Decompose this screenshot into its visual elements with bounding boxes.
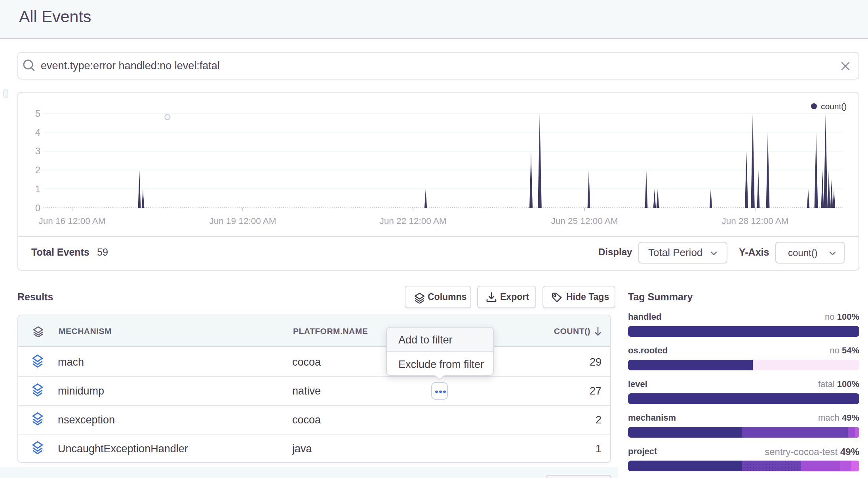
svg-text:Jun 28 12:00 AM: Jun 28 12:00 AM [722, 216, 789, 226]
svg-text:Jun 25 12:00 AM: Jun 25 12:00 AM [551, 216, 618, 226]
svg-text:3: 3 [35, 146, 40, 156]
svg-text:Jun 22 12:00 AM: Jun 22 12:00 AM [380, 216, 447, 226]
svg-text:Jun 19 12:00 AM: Jun 19 12:00 AM [209, 216, 276, 226]
svg-text:Jun 16 12:00 AM: Jun 16 12:00 AM [39, 216, 106, 226]
svg-text:1: 1 [35, 184, 40, 194]
svg-text:4: 4 [35, 127, 40, 138]
svg-text:0: 0 [35, 203, 40, 213]
svg-text:5: 5 [35, 108, 40, 119]
svg-text:2: 2 [35, 165, 40, 175]
